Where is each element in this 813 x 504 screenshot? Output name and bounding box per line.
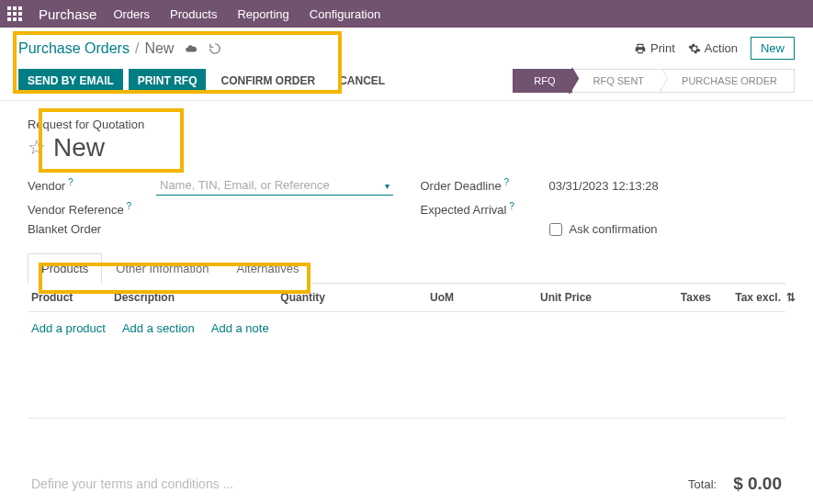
col-description: Description xyxy=(114,291,215,304)
vendor-reference-label: Vendor Reference ? xyxy=(28,201,147,217)
column-settings-icon[interactable]: ⇅ xyxy=(786,291,796,304)
gear-icon xyxy=(688,42,701,55)
order-deadline-value[interactable]: 03/31/2023 12:13:28 xyxy=(549,179,659,193)
help-icon[interactable]: ? xyxy=(65,177,73,187)
col-taxes: Taxes xyxy=(592,291,711,304)
col-tax-excl: Tax excl. xyxy=(735,291,781,304)
terms-placeholder[interactable]: Define your terms and conditions ... xyxy=(31,476,233,491)
stage-purchase-order[interactable]: PURCHASE ORDER xyxy=(661,69,795,93)
add-note-link[interactable]: Add a note xyxy=(211,321,269,335)
add-section-link[interactable]: Add a section xyxy=(122,321,195,335)
total-value: $ 0.00 xyxy=(733,474,782,494)
confirm-order-button[interactable]: CONFIRM ORDER xyxy=(211,69,324,93)
sheet-title: New xyxy=(53,133,105,162)
print-rfq-button[interactable]: PRINT RFQ xyxy=(129,69,207,93)
menu-products[interactable]: Products xyxy=(170,7,217,21)
expected-arrival-label: Expected Arrival ? xyxy=(421,201,540,217)
products-table-header: Product Description Quantity UoM Unit Pr… xyxy=(28,284,785,312)
app-brand[interactable]: Purchase xyxy=(39,6,96,22)
breadcrumb-sep: / xyxy=(135,40,139,57)
discard-icon[interactable] xyxy=(209,41,221,56)
action-label: Action xyxy=(705,41,738,55)
send-email-button[interactable]: SEND BY EMAIL xyxy=(18,69,123,93)
new-button[interactable]: New xyxy=(751,37,795,60)
menu-reporting[interactable]: Reporting xyxy=(237,7,288,21)
favorite-star-icon[interactable]: ☆ xyxy=(28,136,46,160)
help-icon[interactable]: ? xyxy=(124,201,131,211)
col-uom: UoM xyxy=(325,291,454,304)
breadcrumb-root[interactable]: Purchase Orders xyxy=(18,40,130,57)
cloud-save-icon[interactable] xyxy=(185,41,198,56)
print-button[interactable]: Print xyxy=(634,41,675,55)
menu-orders[interactable]: Orders xyxy=(113,7,150,21)
tab-products[interactable]: Products xyxy=(28,253,102,284)
apps-icon[interactable] xyxy=(7,6,22,21)
total-label: Total: xyxy=(688,477,717,491)
top-nav: Purchase Orders Products Reporting Confi… xyxy=(0,0,813,28)
tab-other-information[interactable]: Other Information xyxy=(102,253,222,284)
ask-confirmation-checkbox[interactable] xyxy=(549,223,562,236)
stage-rfq[interactable]: RFQ xyxy=(513,69,572,93)
col-unit-price: Unit Price xyxy=(454,291,592,304)
add-product-link[interactable]: Add a product xyxy=(31,321,106,335)
tab-alternatives[interactable]: Alternatives xyxy=(222,253,312,284)
breadcrumb: Purchase Orders / New xyxy=(18,40,221,57)
action-button[interactable]: Action xyxy=(688,41,738,55)
col-quantity: Quantity xyxy=(215,291,325,304)
vendor-label: Vendor ? xyxy=(28,177,147,193)
print-icon xyxy=(634,42,647,55)
vendor-input[interactable] xyxy=(156,175,393,196)
ask-confirmation-label: Ask confirmation xyxy=(570,222,658,236)
print-label: Print xyxy=(650,41,675,55)
tabs: Products Other Information Alternatives xyxy=(28,252,785,284)
cancel-button[interactable]: CANCEL xyxy=(330,69,394,93)
col-product: Product xyxy=(31,291,114,304)
sheet-subtitle: Request for Quotation xyxy=(28,118,785,131)
stage-rfq-sent[interactable]: RFQ SENT xyxy=(572,69,661,93)
help-icon[interactable]: ? xyxy=(502,177,509,187)
stage-bar: RFQ RFQ SENT PURCHASE ORDER xyxy=(513,69,795,93)
help-icon[interactable]: ? xyxy=(506,201,514,211)
breadcrumb-current: New xyxy=(144,40,174,57)
order-deadline-label: Order Deadline ? xyxy=(421,177,540,193)
menu-configuration[interactable]: Configuration xyxy=(310,7,380,21)
blanket-order-label: Blanket Order xyxy=(28,222,147,236)
